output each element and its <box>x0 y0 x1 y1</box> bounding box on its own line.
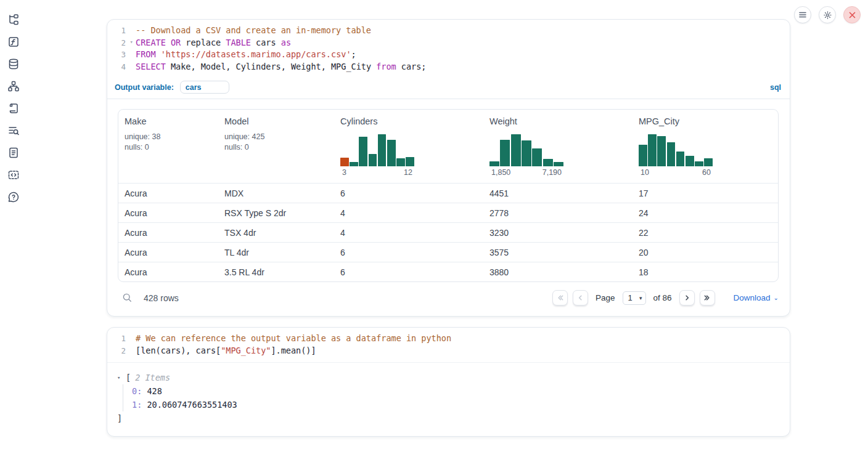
notebook-actions <box>794 6 861 23</box>
histogram-bar[interactable] <box>511 134 521 166</box>
histogram-bar[interactable] <box>500 140 510 166</box>
table-cell: 4 <box>334 223 483 242</box>
histogram-bar[interactable] <box>489 161 499 166</box>
database-icon[interactable] <box>7 58 20 70</box>
documentation-icon[interactable] <box>7 147 20 159</box>
column-header-mpg_city[interactable]: MPG_City1060 <box>633 110 778 183</box>
table-row[interactable]: AcuraRSX Type S 2dr4277824 <box>118 203 778 222</box>
functions-icon[interactable] <box>7 36 20 48</box>
histogram-bar[interactable] <box>387 140 396 167</box>
tree-items-count: 2 Items <box>135 371 170 384</box>
histogram-bar[interactable] <box>704 158 713 166</box>
column-header-model[interactable]: Modelunique: 425nulls: 0 <box>218 110 334 183</box>
cell-gap <box>107 317 790 327</box>
code-content: [len(cars), cars["MPG_City"].mean()] <box>136 346 316 355</box>
code-line[interactable]: 2▾CREATE OR replace TABLE cars as <box>107 38 790 50</box>
logs-search-icon[interactable] <box>7 124 20 137</box>
table-cell: 3.5 RL 4dr <box>218 262 334 281</box>
language-tag[interactable]: sql <box>770 83 781 92</box>
table-cell: MDX <box>218 184 334 203</box>
code-line[interactable]: 1-- Download a CSV and create an in-memo… <box>107 25 790 38</box>
line-number: 2 <box>107 346 126 355</box>
chevron-down-icon: ▾ <box>639 295 642 301</box>
table-row[interactable]: AcuraTSX 4dr4323022 <box>118 222 778 242</box>
hamburger-menu-icon[interactable] <box>794 6 811 23</box>
last-page-button[interactable] <box>700 290 715 305</box>
histogram-axis-labels: 1060 <box>639 166 713 177</box>
column-name: Weight <box>489 116 628 126</box>
histogram-bar[interactable] <box>359 137 367 167</box>
histogram-bar[interactable] <box>657 136 666 166</box>
column-name: MPG_City <box>639 116 773 126</box>
tree-open-bracket: [ <box>126 371 131 384</box>
histogram-bar[interactable] <box>676 152 685 166</box>
histogram-bar[interactable] <box>396 158 405 166</box>
table-row[interactable]: AcuraTL 4dr6357520 <box>118 242 778 262</box>
python-code-editor[interactable]: 1# We can reference the output variable … <box>107 328 790 362</box>
table-row[interactable]: AcuraMDX6445117 <box>118 183 778 203</box>
dependency-graph-icon[interactable] <box>7 80 20 92</box>
column-header-make[interactable]: Makeunique: 38nulls: 0 <box>118 110 218 183</box>
code-line[interactable]: 3FROM 'https://datasets.marimo.app/cars.… <box>107 49 790 62</box>
column-header-weight[interactable]: Weight1,8507,190 <box>483 110 633 183</box>
fold-chevron-icon[interactable]: ▾ <box>130 39 133 45</box>
histogram-bar[interactable] <box>350 162 358 166</box>
column-header-cylinders[interactable]: Cylinders312 <box>334 110 483 183</box>
line-number: 2▾ <box>107 38 126 47</box>
table-cell: 6 <box>334 262 483 281</box>
code-content: FROM 'https://datasets.marimo.app/cars.c… <box>136 49 356 59</box>
histogram-bar[interactable] <box>406 157 414 166</box>
table-cell: 20 <box>633 243 778 262</box>
tree-entry-value: 428 <box>147 386 162 396</box>
prev-page-button[interactable] <box>573 290 588 305</box>
page-select[interactable]: 1 ▾ <box>623 291 646 305</box>
column-name: Make <box>125 116 213 126</box>
table-cell: Acura <box>118 203 218 222</box>
next-page-button[interactable] <box>679 290 695 305</box>
download-label: Download <box>734 293 771 302</box>
histogram-bar[interactable] <box>378 134 387 166</box>
file-tree-icon[interactable] <box>7 14 20 26</box>
histogram-bar[interactable] <box>369 154 377 167</box>
histogram-bar[interactable] <box>554 162 563 167</box>
code-line[interactable]: 2[len(cars), cars["MPG_City"].mean()] <box>107 346 790 358</box>
search-icon[interactable] <box>122 293 133 303</box>
sql-code-editor[interactable]: 1-- Download a CSV and create an in-memo… <box>107 20 790 78</box>
output-variable-input[interactable] <box>180 81 229 94</box>
scratchpad-scroll-icon[interactable] <box>7 102 20 115</box>
code-line[interactable]: 4SELECT Make, Model, Cylinders, Weight, … <box>107 62 790 74</box>
tree-close-bracket: ] <box>117 411 781 425</box>
table-row[interactable]: Acura3.5 RL 4dr6388018 <box>118 262 778 281</box>
histogram-bar[interactable] <box>532 148 542 166</box>
dataframe-table: Makeunique: 38nulls: 0Modelunique: 425nu… <box>118 109 779 282</box>
histogram-bar[interactable] <box>686 156 694 167</box>
column-name: Model <box>224 116 329 126</box>
close-icon[interactable] <box>843 6 861 23</box>
column-histogram <box>340 134 414 166</box>
column-histogram <box>639 134 713 166</box>
table-cell: 2778 <box>483 203 633 222</box>
python-output: ▾ [ 2 Items 0: 4281: 20.060747663551403 … <box>107 362 790 436</box>
tree-entry-value: 20.060747663551403 <box>147 400 237 410</box>
histogram-bar[interactable] <box>695 161 703 166</box>
histogram-bar[interactable] <box>639 145 647 167</box>
histogram-bar[interactable] <box>667 142 676 166</box>
pagination: Page 1 ▾ of 86 Download ⌄ <box>552 290 779 305</box>
histogram-bar[interactable] <box>648 134 657 166</box>
histogram-bar[interactable] <box>543 159 553 166</box>
table-body: AcuraMDX6445117AcuraRSX Type S 2dr427782… <box>118 183 778 281</box>
first-page-button[interactable] <box>552 290 568 305</box>
histogram-bar[interactable] <box>340 158 349 166</box>
download-button[interactable]: Download ⌄ <box>734 293 779 302</box>
help-icon[interactable] <box>7 191 20 203</box>
code-content: # We can reference the output variable a… <box>136 333 451 343</box>
code-line[interactable]: 1# We can reference the output variable … <box>107 333 790 346</box>
chevron-down-icon[interactable]: ▾ <box>117 371 126 384</box>
column-name: Cylinders <box>340 116 478 126</box>
histogram-bar[interactable] <box>522 140 531 166</box>
page-total-label: of 86 <box>653 293 672 302</box>
gear-icon[interactable] <box>819 6 836 23</box>
code-content: SELECT Make, Model, Cylinders, Weight, M… <box>136 62 426 71</box>
snippets-code-icon[interactable] <box>7 169 20 181</box>
table-cell: 17 <box>633 184 778 203</box>
